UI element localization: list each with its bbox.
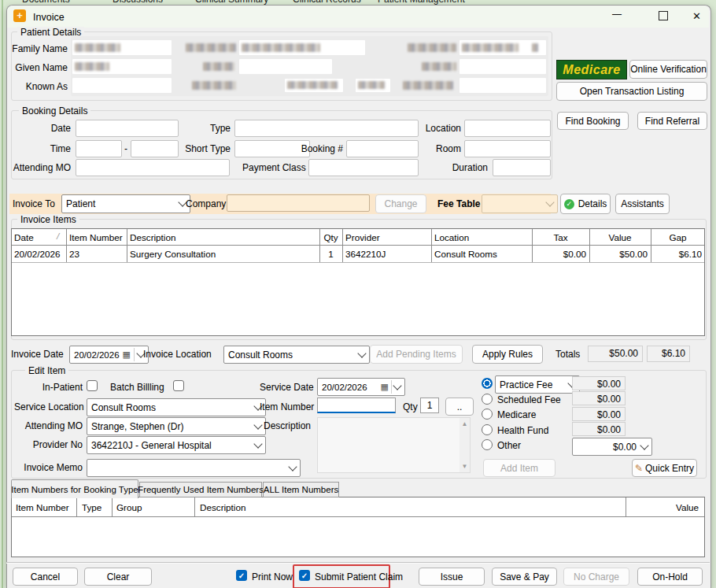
col-header-value[interactable]: Value xyxy=(589,232,651,242)
totals-value: $50.00 xyxy=(588,346,643,362)
on-hold-button[interactable]: On-Hold xyxy=(637,568,703,586)
booking-type-field[interactable] xyxy=(234,120,419,137)
duration-label: Duration xyxy=(425,162,488,173)
quick-entry-button[interactable]: ✎ Quick Entry xyxy=(632,459,697,477)
column-divider xyxy=(626,497,626,516)
col-header-date[interactable]: Date xyxy=(14,232,34,242)
other-fee-select[interactable]: $0.00 xyxy=(572,438,652,456)
tab-all-item-numbers[interactable]: ALL Item Numbers xyxy=(263,482,339,497)
find-referral-button[interactable]: Find Referral xyxy=(637,112,707,130)
other-fee-value: $0.00 xyxy=(577,442,641,453)
close-icon[interactable]: ✕ xyxy=(692,10,701,22)
practice-fee-radio[interactable] xyxy=(482,378,493,389)
invoice-memo-select[interactable] xyxy=(87,459,301,477)
practice-fee-select[interactable]: Practice Fee xyxy=(495,375,580,394)
tab-frequently-used-item-numbers[interactable]: Frequently Used Item Numbers xyxy=(139,482,262,497)
col-header-group[interactable]: Group xyxy=(116,502,142,512)
attending-mo-field[interactable] xyxy=(76,159,230,176)
cancel-button[interactable]: Cancel xyxy=(13,568,78,586)
tab-item-numbers-for-booking-type[interactable]: Item Numbers for Booking Type xyxy=(11,479,138,498)
provider-no-select[interactable]: 3642210J - General Hospital xyxy=(87,436,266,454)
maximize-icon[interactable] xyxy=(659,11,668,20)
scroll-up-icon[interactable]: ▲ xyxy=(459,420,470,427)
minimize-icon[interactable]: — xyxy=(612,9,622,20)
health-fund-value: $0.00 xyxy=(572,422,626,436)
health-fund-label: Health Fund xyxy=(497,425,548,436)
given-name-label: Given Name xyxy=(8,62,68,73)
redacted-text xyxy=(532,43,538,52)
health-fund-radio[interactable] xyxy=(482,424,493,435)
invoice-date-picker[interactable]: 20/02/2026 ▦ xyxy=(69,346,149,364)
find-booking-button[interactable]: Find Booking xyxy=(557,112,629,130)
other-fee-radio[interactable] xyxy=(482,439,493,450)
qty-input[interactable]: 1 xyxy=(420,398,439,413)
in-patient-checkbox[interactable] xyxy=(87,380,98,391)
redacted-text xyxy=(408,43,456,52)
row-date: 20/02/2026 xyxy=(14,249,61,259)
provider-no-label: Provider No xyxy=(14,439,83,450)
col-header-description[interactable]: Description xyxy=(130,232,175,242)
duration-field[interactable] xyxy=(493,159,551,176)
open-transaction-listing-button[interactable]: Open Transaction Listing xyxy=(556,82,707,101)
short-type-field[interactable] xyxy=(234,140,310,157)
service-date-picker[interactable]: 20/02/2026 ▦ xyxy=(317,378,405,396)
booking-no-field[interactable] xyxy=(346,140,419,157)
description-textarea[interactable] xyxy=(317,417,471,473)
fee-table-select[interactable] xyxy=(482,194,558,213)
col-header-item-number[interactable]: Item Number xyxy=(16,502,69,512)
invoice-items-legend: Invoice Items xyxy=(17,214,79,225)
payment-class-field[interactable] xyxy=(308,159,419,176)
column-divider xyxy=(431,229,432,262)
clear-button[interactable]: Clear xyxy=(84,568,152,586)
booking-time-from-field[interactable] xyxy=(76,140,122,157)
apply-rules-button[interactable]: Apply Rules xyxy=(472,345,543,364)
room-field[interactable] xyxy=(464,140,551,157)
column-divider xyxy=(76,497,77,516)
col-header-location[interactable]: Location xyxy=(434,232,469,242)
divider xyxy=(391,380,392,394)
col-header-value[interactable]: Value xyxy=(645,502,699,512)
row-gap: $6.10 xyxy=(651,249,702,259)
print-now-checkbox[interactable]: ✓ xyxy=(236,570,247,581)
details-button[interactable]: ✓ Details xyxy=(560,194,611,214)
redacted-text xyxy=(75,43,120,52)
scheduled-fee-radio[interactable] xyxy=(482,394,493,405)
company-field[interactable] xyxy=(227,194,370,212)
save-and-pay-button[interactable]: Save & Pay xyxy=(492,568,557,586)
known-as-field xyxy=(72,78,172,93)
browse-items-button[interactable]: .. xyxy=(445,398,474,416)
item-numbers-table[interactable] xyxy=(11,497,705,557)
online-verification-button[interactable]: Online Verification xyxy=(629,60,707,79)
item-number-input[interactable] xyxy=(317,398,396,413)
submit-patient-claim-checkbox[interactable]: ✓ xyxy=(299,570,310,581)
col-header-tax[interactable]: Tax xyxy=(532,232,589,242)
booking-date-field[interactable] xyxy=(76,120,179,137)
col-header-provider[interactable]: Provider xyxy=(345,232,380,242)
issue-button[interactable]: Issue xyxy=(419,568,485,586)
batch-billing-checkbox[interactable] xyxy=(173,380,184,391)
service-location-select[interactable]: Consult Rooms xyxy=(87,398,266,416)
invoice-to-select[interactable]: Patient xyxy=(61,194,190,213)
booking-location-field[interactable] xyxy=(464,120,551,137)
booking-time-to-field[interactable] xyxy=(131,140,179,157)
item-number-label: Item Number xyxy=(260,401,312,412)
col-header-type[interactable]: Type xyxy=(82,502,101,512)
row-item-number: 23 xyxy=(69,249,79,259)
attending-mo-select[interactable]: Strange, Stephen (Dr) xyxy=(87,417,266,435)
redacted-text xyxy=(75,62,109,71)
row-description: Surgery Consultation xyxy=(130,249,216,259)
assistants-button[interactable]: Assistants xyxy=(615,194,670,214)
col-header-item-number[interactable]: Item Number xyxy=(69,232,123,242)
edit-item-legend: Edit Item xyxy=(25,365,68,376)
invoice-location-value: Consult Rooms xyxy=(228,349,359,361)
col-header-gap[interactable]: Gap xyxy=(651,232,705,242)
column-divider xyxy=(127,229,127,262)
app-plus-icon: + xyxy=(13,9,26,22)
medicare-radio[interactable] xyxy=(482,409,493,420)
scroll-down-icon[interactable]: ▼ xyxy=(459,463,470,470)
provider-no-value: 3642210J - General Hospital xyxy=(91,440,255,451)
col-header-qty[interactable]: Qty xyxy=(319,232,342,242)
print-now-label: Print Now xyxy=(252,571,293,582)
col-header-description[interactable]: Description xyxy=(200,502,245,512)
invoice-location-select[interactable]: Consult Rooms xyxy=(223,346,370,364)
